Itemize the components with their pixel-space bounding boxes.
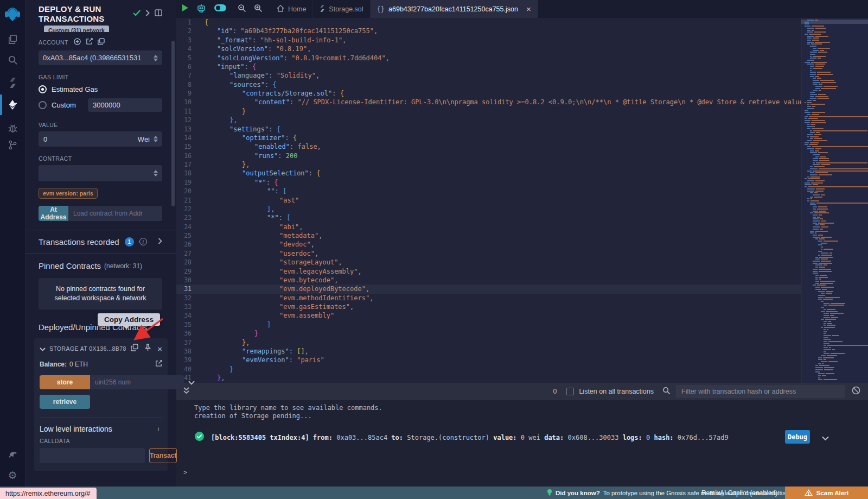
listen-all-checkbox[interactable] bbox=[566, 388, 574, 395]
calldata-input[interactable] bbox=[40, 448, 145, 463]
code-line[interactable]: 34"evm.assembly" bbox=[176, 311, 801, 320]
edit-account-icon[interactable] bbox=[86, 37, 93, 47]
code-line[interactable]: 37}, bbox=[176, 338, 801, 347]
git-icon[interactable] bbox=[0, 136, 25, 154]
code-line[interactable]: 39"evmVersion": "paris" bbox=[176, 356, 801, 364]
code-line[interactable]: 28"storageLayout", bbox=[176, 258, 801, 267]
pin-instance-icon[interactable] bbox=[144, 344, 151, 353]
settings-gear-icon[interactable]: ⚙ bbox=[0, 466, 25, 484]
edit-balance-icon[interactable] bbox=[155, 360, 162, 369]
code-line[interactable]: 15"enabled": false, bbox=[176, 142, 801, 151]
close-instance-icon[interactable]: × bbox=[157, 345, 162, 353]
low-level-info-icon[interactable] bbox=[155, 425, 162, 433]
plugin-manager-icon[interactable] bbox=[0, 444, 25, 463]
contract-select[interactable] bbox=[39, 165, 162, 181]
copilot-status[interactable]: RemixAI Copilot (enabled) bbox=[701, 487, 777, 499]
code-line[interactable]: 29"evm.legacyAssembly", bbox=[176, 267, 801, 276]
run-script-icon[interactable] bbox=[182, 4, 189, 14]
tx-expand-chevron[interactable] bbox=[822, 433, 829, 443]
code-line[interactable]: 35] bbox=[176, 320, 801, 329]
code-line[interactable]: 4"solcVersion": "0.8.19", bbox=[176, 45, 801, 53]
code-line[interactable]: 24"abi", bbox=[176, 223, 801, 231]
code-line[interactable]: 25"metadata", bbox=[176, 231, 801, 240]
code-line[interactable]: 12}, bbox=[176, 116, 801, 124]
scam-alert-button[interactable]: Scam Alert bbox=[785, 487, 868, 499]
code-line[interactable]: 19"*": { bbox=[176, 178, 801, 187]
code-line[interactable]: 8"sources": { bbox=[176, 80, 801, 89]
code-line[interactable]: 16"runs": 200 bbox=[176, 151, 801, 160]
retrieve-button[interactable]: retrieve bbox=[40, 395, 90, 409]
code-line[interactable]: 1{ bbox=[176, 18, 801, 27]
code-line[interactable]: 7"language": "Solidity", bbox=[176, 71, 801, 80]
code-line[interactable]: 5"solcLongVersion": "0.8.19+commit.7dd6d… bbox=[176, 54, 801, 62]
code-line[interactable]: 38"remappings": [], bbox=[176, 347, 801, 356]
at-address-input[interactable] bbox=[68, 206, 162, 221]
code-line[interactable]: 10"content": "// SPDX-License-Identifier… bbox=[176, 98, 801, 106]
deploy-run-icon[interactable] bbox=[0, 96, 25, 114]
transact-button[interactable]: Transact bbox=[149, 448, 177, 463]
transaction-log-row[interactable]: [block:5583405 txIndex:4] from: 0xa03...… bbox=[194, 431, 803, 444]
tx-expand-chevron[interactable] bbox=[158, 237, 162, 247]
remix-logo-icon[interactable] bbox=[0, 4, 25, 24]
at-address-button[interactable]: At Address bbox=[39, 206, 68, 221]
tab-json-build-info[interactable]: {} a69b43f277ba20fcac141151250ca755.json… bbox=[371, 0, 538, 18]
store-expand-chevron[interactable] bbox=[188, 377, 195, 387]
search-icon[interactable] bbox=[0, 50, 25, 69]
code-line[interactable]: 36} bbox=[176, 329, 801, 338]
custom-gas-radio[interactable] bbox=[39, 101, 47, 109]
terminal[interactable]: Type the library name to see available c… bbox=[176, 400, 868, 487]
clear-terminal-icon[interactable] bbox=[852, 386, 860, 397]
tab-storage-sol[interactable]: Storage.sol bbox=[313, 0, 370, 18]
copy-address-icon[interactable] bbox=[131, 344, 138, 353]
minimap[interactable] bbox=[801, 18, 868, 383]
code-line[interactable]: 33"evm.gasEstimates", bbox=[176, 302, 801, 311]
code-line[interactable]: 21"ast" bbox=[176, 196, 801, 205]
zoom-out-icon[interactable] bbox=[238, 4, 246, 15]
custom-gas-input[interactable] bbox=[88, 98, 162, 112]
file-explorer-icon[interactable] bbox=[0, 30, 25, 48]
code-line[interactable]: 17}, bbox=[176, 160, 801, 169]
code-line[interactable]: 31"evm.deployedBytecode", bbox=[176, 285, 801, 293]
estimated-gas-radio[interactable] bbox=[39, 85, 47, 93]
code-line[interactable]: 30"evm.bytecode", bbox=[176, 276, 801, 285]
zoom-in-icon[interactable] bbox=[254, 4, 263, 15]
debug-button[interactable]: Debug bbox=[785, 430, 810, 444]
code-line[interactable]: 22], bbox=[176, 205, 801, 213]
terminal-filter-input[interactable] bbox=[676, 385, 845, 398]
tx-info-icon[interactable] bbox=[139, 238, 147, 245]
code-line[interactable]: 32"evm.methodIdentifiers", bbox=[176, 294, 801, 302]
code-line[interactable]: 6"input": { bbox=[176, 62, 801, 71]
code-line[interactable]: 9"contracts/Storage.sol": { bbox=[176, 89, 801, 98]
code-line[interactable]: 3"_format": "hh-sol-build-info-1", bbox=[176, 36, 801, 45]
code-line[interactable]: 2"id": "a69b43f277ba20fcac141151250ca755… bbox=[176, 27, 801, 35]
code-line[interactable]: 14"optimizer": { bbox=[176, 134, 801, 142]
pin-panel-icon[interactable] bbox=[155, 9, 162, 18]
code-line[interactable]: 13"settings": { bbox=[176, 125, 801, 134]
account-stepper[interactable] bbox=[154, 55, 158, 61]
code-line[interactable]: 23"*": [ bbox=[176, 213, 801, 222]
debugger-icon[interactable] bbox=[0, 118, 25, 137]
code-line[interactable]: 11} bbox=[176, 107, 801, 116]
chevron-right-icon[interactable] bbox=[145, 9, 150, 18]
terminal-prompt[interactable]: > bbox=[183, 469, 187, 476]
code-editor[interactable]: 1{2"id": "a69b43f277ba20fcac141151250ca7… bbox=[176, 18, 801, 383]
panel-scrollbar[interactable] bbox=[171, 41, 175, 206]
code-line[interactable]: 27"userdoc", bbox=[176, 249, 801, 258]
code-line[interactable]: 20"": [ bbox=[176, 187, 801, 195]
code-line[interactable]: 26"devdoc", bbox=[176, 240, 801, 249]
code-line[interactable]: 18"outputSelection": { bbox=[176, 169, 801, 178]
add-account-icon[interactable] bbox=[74, 37, 81, 47]
listen-all-label[interactable]: Listen on all transactions bbox=[579, 388, 654, 395]
value-unit-select[interactable]: Wei bbox=[138, 135, 162, 143]
value-input[interactable]: 0 bbox=[39, 135, 138, 143]
ai-assistant-icon[interactable] bbox=[196, 3, 206, 15]
store-arg-input[interactable] bbox=[90, 375, 184, 389]
account-select[interactable]: 0xA03...85ac4 (0.39866531531 bbox=[39, 50, 162, 65]
copilot-toggle-icon[interactable] bbox=[214, 4, 227, 14]
instance-collapse-chevron[interactable] bbox=[40, 344, 46, 353]
store-button[interactable]: store bbox=[40, 375, 90, 389]
code-line[interactable]: 40} bbox=[176, 365, 801, 374]
code-line[interactable]: 41}, bbox=[176, 374, 801, 382]
close-tab-icon[interactable]: × bbox=[526, 5, 531, 13]
solidity-compiler-icon[interactable] bbox=[0, 73, 25, 92]
